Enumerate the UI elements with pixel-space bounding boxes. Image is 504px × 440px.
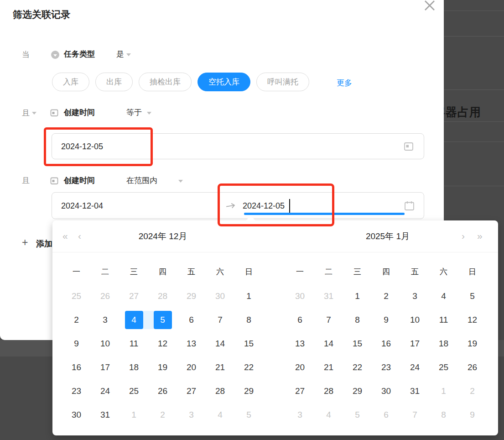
next-year-button[interactable]: » — [477, 230, 483, 241]
day-cell-20[interactable]: 20 — [286, 356, 314, 379]
day-cell-5[interactable]: 5 — [148, 308, 177, 332]
day-cell-2[interactable]: 2 — [148, 403, 177, 427]
option-chip[interactable]: 抽检出库 — [139, 73, 192, 91]
close-button[interactable] — [421, 0, 439, 15]
range-start-value[interactable]: 2024-12-04 — [61, 201, 103, 210]
day-cell-31[interactable]: 31 — [314, 284, 343, 308]
day-cell-15[interactable]: 15 — [343, 332, 372, 356]
day-cell-30[interactable]: 30 — [62, 403, 91, 427]
day-cell-7[interactable]: 7 — [314, 308, 343, 332]
day-cell-12[interactable]: 12 — [458, 308, 487, 332]
day-cell-30[interactable]: 30 — [372, 379, 400, 403]
day-cell-13[interactable]: 13 — [177, 332, 206, 356]
day-cell-23[interactable]: 23 — [372, 356, 400, 379]
calendar-icon[interactable] — [404, 141, 414, 152]
operator-select[interactable]: 在范围内 — [126, 175, 157, 186]
day-cell-19[interactable]: 19 — [148, 356, 177, 379]
month-button[interactable]: 12月 — [169, 231, 187, 241]
day-cell-26[interactable]: 26 — [91, 284, 120, 308]
day-cell-18[interactable]: 18 — [429, 332, 458, 356]
year-button[interactable]: 2025年 — [366, 231, 394, 241]
day-cell-10[interactable]: 10 — [400, 308, 429, 332]
day-cell-1[interactable]: 1 — [234, 284, 263, 308]
day-cell-2[interactable]: 2 — [372, 284, 400, 308]
day-cell-23[interactable]: 23 — [62, 379, 91, 403]
day-cell-4[interactable]: 4 — [120, 308, 148, 332]
option-chip[interactable]: 出库 — [95, 73, 133, 91]
day-cell-7[interactable]: 7 — [206, 308, 234, 332]
day-cell-8[interactable]: 8 — [429, 403, 458, 427]
day-cell-13[interactable]: 13 — [286, 332, 314, 356]
day-cell-3[interactable]: 3 — [400, 284, 429, 308]
date-value[interactable]: 2024-12-05 — [61, 141, 103, 151]
day-cell-25[interactable]: 25 — [120, 379, 148, 403]
day-cell-1[interactable]: 1 — [429, 379, 458, 403]
day-cell-20[interactable]: 20 — [177, 356, 206, 379]
day-cell-21[interactable]: 21 — [314, 356, 343, 379]
date-input-equals[interactable]: 2024-12-05 — [52, 133, 424, 159]
day-cell-11[interactable]: 11 — [120, 332, 148, 356]
day-cell-21[interactable]: 21 — [206, 356, 234, 379]
day-cell-18[interactable]: 18 — [120, 356, 148, 379]
day-cell-9[interactable]: 9 — [62, 332, 91, 356]
day-cell-1[interactable]: 1 — [343, 284, 372, 308]
prev-month-button[interactable]: ‹ — [78, 230, 81, 241]
day-cell-29[interactable]: 29 — [234, 379, 263, 403]
day-cell-22[interactable]: 22 — [343, 356, 372, 379]
day-cell-31[interactable]: 31 — [91, 403, 120, 427]
day-cell-6[interactable]: 6 — [286, 308, 314, 332]
day-cell-7[interactable]: 7 — [400, 403, 429, 427]
date-range-input[interactable]: 2024-12-04 2024-12-05 — [52, 192, 424, 219]
day-cell-16[interactable]: 16 — [62, 356, 91, 379]
day-cell-25[interactable]: 25 — [62, 284, 91, 308]
day-cell-9[interactable]: 9 — [372, 308, 400, 332]
day-cell-11[interactable]: 11 — [429, 308, 458, 332]
day-cell-3[interactable]: 3 — [91, 308, 120, 332]
year-button[interactable]: 2024年 — [139, 231, 166, 241]
day-cell-30[interactable]: 30 — [206, 284, 234, 308]
day-cell-2[interactable]: 2 — [458, 379, 487, 403]
day-cell-10[interactable]: 10 — [91, 332, 120, 356]
day-cell-5[interactable]: 5 — [458, 284, 487, 308]
day-cell-8[interactable]: 8 — [343, 308, 372, 332]
day-cell-2[interactable]: 2 — [62, 308, 91, 332]
day-cell-17[interactable]: 17 — [400, 332, 429, 356]
day-cell-29[interactable]: 29 — [343, 379, 372, 403]
next-month-button[interactable]: › — [462, 230, 465, 241]
month-button[interactable]: 1月 — [396, 231, 410, 241]
day-cell-15[interactable]: 15 — [234, 332, 263, 356]
day-cell-25[interactable]: 25 — [429, 356, 458, 379]
operator-select[interactable]: 是 — [116, 49, 124, 59]
range-end-value[interactable]: 2024-12-05 — [243, 201, 285, 210]
prev-year-button[interactable]: « — [62, 230, 68, 241]
day-cell-1[interactable]: 1 — [120, 403, 148, 427]
day-cell-24[interactable]: 24 — [400, 356, 429, 379]
day-cell-12[interactable]: 12 — [148, 332, 177, 356]
day-cell-28[interactable]: 28 — [206, 379, 234, 403]
option-chip[interactable]: 空托入库 — [197, 73, 250, 91]
day-cell-3[interactable]: 3 — [286, 403, 314, 427]
day-cell-16[interactable]: 16 — [372, 332, 400, 356]
day-cell-22[interactable]: 22 — [234, 356, 263, 379]
calendar-icon[interactable] — [404, 200, 415, 211]
day-cell-31[interactable]: 31 — [400, 379, 429, 403]
day-cell-30[interactable]: 30 — [286, 284, 314, 308]
day-cell-6[interactable]: 6 — [372, 403, 400, 427]
day-cell-27[interactable]: 27 — [177, 379, 206, 403]
day-cell-6[interactable]: 6 — [177, 308, 206, 332]
option-chip[interactable]: 入库 — [52, 73, 89, 91]
day-cell-24[interactable]: 24 — [91, 379, 120, 403]
plus-icon[interactable]: + — [22, 236, 28, 249]
day-cell-27[interactable]: 27 — [286, 379, 314, 403]
day-cell-5[interactable]: 5 — [234, 403, 263, 427]
day-cell-14[interactable]: 14 — [314, 332, 343, 356]
day-cell-4[interactable]: 4 — [429, 284, 458, 308]
day-cell-26[interactable]: 26 — [148, 379, 177, 403]
conjunction-select[interactable]: 且 — [22, 108, 30, 118]
day-cell-4[interactable]: 4 — [206, 403, 234, 427]
day-cell-19[interactable]: 19 — [458, 332, 487, 356]
day-cell-26[interactable]: 26 — [458, 356, 487, 379]
operator-select[interactable]: 等于 — [126, 107, 142, 118]
day-cell-17[interactable]: 17 — [91, 356, 120, 379]
more-options-link[interactable]: 更多 — [337, 78, 352, 88]
